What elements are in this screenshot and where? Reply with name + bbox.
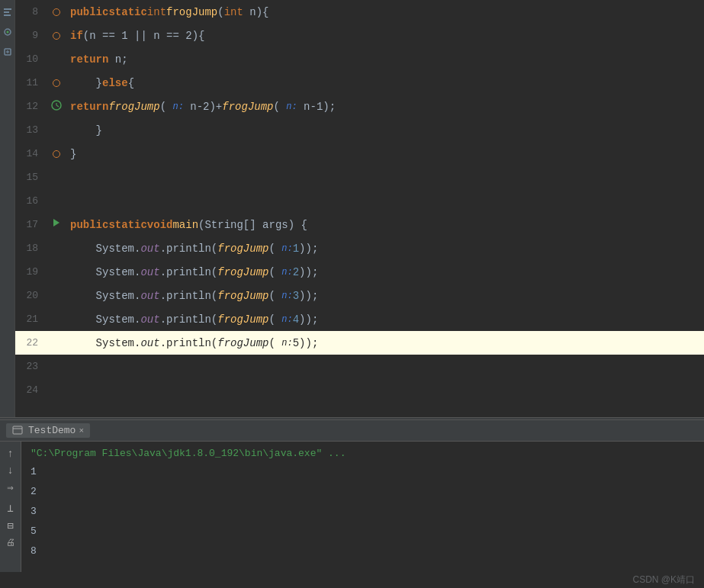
- console-tab-close[interactable]: ×: [79, 426, 84, 435]
- svg-line-10: [56, 105, 59, 107]
- breakpoint-icon[interactable]: [53, 32, 60, 40]
- console-header: TestDemo ×: [0, 420, 704, 442]
- code-line-14: 14}: [15, 142, 704, 165]
- watermark: CSDN @K靖口: [0, 572, 704, 588]
- code-content-18: System.out.println(frogJump( n: 1));: [67, 236, 704, 260]
- svg-rect-1: [4, 11, 9, 13]
- code-content-21: System.out.println(frogJump( n: 4));: [67, 307, 704, 331]
- gutter-10: [46, 47, 67, 71]
- code-content-11: }else{: [67, 71, 704, 95]
- line-number-20: 20: [15, 284, 46, 307]
- console-cmd-line: "C:\Program Files\Java\jdk1.8.0_192\bin\…: [31, 448, 695, 459]
- line-number-18: 18: [15, 236, 46, 260]
- scroll-down-icon[interactable]: ↓: [7, 464, 13, 477]
- line-number-10: 10: [15, 47, 46, 71]
- gutter-15: [46, 165, 67, 189]
- line-number-22: 22: [15, 331, 46, 355]
- code-line-15: 15: [15, 165, 704, 189]
- code-line-22: 22 System.out.println(frogJump( n: 5));: [15, 331, 704, 355]
- code-sidebar: [0, 0, 15, 417]
- output-line: 2: [31, 482, 695, 502]
- line-number-12: 12: [15, 95, 46, 118]
- code-line-21: 21 System.out.println(frogJump( n: 4));: [15, 307, 704, 331]
- code-line-13: 13 }: [15, 118, 704, 142]
- gutter-13: [46, 118, 67, 142]
- console-panel: TestDemo × ↑ ↓ ⇒ ⊥ ⊟ 🖨 "C:\Program Files…: [0, 420, 704, 588]
- console-tab[interactable]: TestDemo ×: [6, 423, 90, 438]
- pin-icon[interactable]: ⊟: [7, 519, 13, 532]
- console-tab-label: TestDemo: [28, 425, 76, 436]
- console-body: ↑ ↓ ⇒ ⊥ ⊟ 🖨 "C:\Program Files\Java\jdk1.…: [0, 442, 704, 572]
- clear-icon[interactable]: ⊥: [7, 502, 13, 515]
- code-line-17: 17 public static void main(String[] args…: [15, 213, 704, 236]
- code-line-10: 10 return n;: [15, 47, 704, 71]
- gutter-18: [46, 236, 67, 260]
- output-line: 3: [31, 502, 695, 522]
- code-line-11: 11 }else{: [15, 71, 704, 95]
- code-content-10: return n;: [67, 47, 704, 71]
- line-number-8: 8: [15, 0, 46, 24]
- code-content-13: }: [67, 118, 704, 142]
- line-number-24: 24: [15, 378, 46, 402]
- sidebar-icon-1: [2, 6, 14, 18]
- svg-rect-12: [13, 426, 22, 434]
- gutter-20: [46, 284, 67, 307]
- code-content-8: public static int frogJump(int n){: [67, 0, 704, 24]
- run-icon[interactable]: [51, 217, 62, 232]
- line-number-17: 17: [15, 213, 46, 236]
- code-content-19: System.out.println(frogJump( n: 2));: [67, 260, 704, 284]
- console-output: "C:\Program Files\Java\jdk1.8.0_192\bin\…: [21, 442, 704, 572]
- console-sidebar: ↑ ↓ ⇒ ⊥ ⊟ 🖨: [0, 442, 21, 572]
- wrap-icon[interactable]: ⇒: [7, 481, 13, 494]
- console-output-lines: 12358: [31, 462, 695, 561]
- line-number-9: 9: [15, 24, 46, 47]
- line-number-23: 23: [15, 355, 46, 378]
- code-line-24: 24: [15, 378, 704, 402]
- gutter-23: [46, 355, 67, 378]
- code-content-16: [67, 189, 704, 213]
- gutter-22: [46, 331, 67, 355]
- line-number-11: 11: [15, 71, 46, 95]
- line-number-15: 15: [15, 165, 46, 189]
- code-line-18: 18 System.out.println(frogJump( n: 1));: [15, 236, 704, 260]
- sidebar-icon-2: [2, 26, 14, 38]
- code-line-16: 16: [15, 189, 704, 213]
- output-line: 5: [31, 522, 695, 541]
- scroll-up-icon[interactable]: ↑: [7, 448, 13, 460]
- breakpoint-icon[interactable]: [53, 79, 60, 87]
- output-line: 8: [31, 541, 695, 561]
- gutter-9: [46, 24, 67, 47]
- line-number-13: 13: [15, 118, 46, 142]
- code-content-17: public static void main(String[] args) {: [67, 213, 704, 236]
- gutter-17: [46, 213, 67, 236]
- svg-rect-0: [4, 8, 11, 10]
- code-lines-container: 8public static int frogJump(int n){9 if(…: [15, 0, 704, 402]
- line-number-19: 19: [15, 260, 46, 284]
- code-content-20: System.out.println(frogJump( n: 3));: [67, 284, 704, 307]
- output-line: 1: [31, 462, 695, 482]
- breakpoint-icon[interactable]: [53, 150, 60, 158]
- code-content-22: System.out.println(frogJump( n: 5));: [67, 331, 704, 355]
- clock-icon: [51, 100, 62, 114]
- gutter-14: [46, 142, 67, 165]
- code-line-8: 8public static int frogJump(int n){: [15, 0, 704, 24]
- main-layout: 8public static int frogJump(int n){9 if(…: [0, 0, 704, 417]
- code-content-24: [67, 378, 704, 402]
- code-line-23: 23: [15, 355, 704, 378]
- svg-marker-11: [53, 219, 59, 227]
- gutter-19: [46, 260, 67, 284]
- code-line-20: 20 System.out.println(frogJump( n: 3));: [15, 284, 704, 307]
- gutter-16: [46, 189, 67, 213]
- code-line-9: 9 if(n == 1 || n == 2){: [15, 24, 704, 47]
- code-line-19: 19 System.out.println(frogJump( n: 2));: [15, 260, 704, 284]
- line-number-14: 14: [15, 142, 46, 165]
- code-content-9: if(n == 1 || n == 2){: [67, 24, 704, 47]
- print-icon[interactable]: 🖨: [6, 537, 15, 548]
- code-line-12: 12 return frogJump( n: n-2)+frogJump( n:…: [15, 95, 704, 118]
- svg-point-4: [6, 31, 8, 34]
- breakpoint-icon[interactable]: [53, 8, 60, 16]
- code-editor[interactable]: 8public static int frogJump(int n){9 if(…: [15, 0, 704, 417]
- svg-rect-2: [4, 14, 11, 16]
- sidebar-icon-3: [2, 46, 14, 58]
- line-number-16: 16: [15, 189, 46, 213]
